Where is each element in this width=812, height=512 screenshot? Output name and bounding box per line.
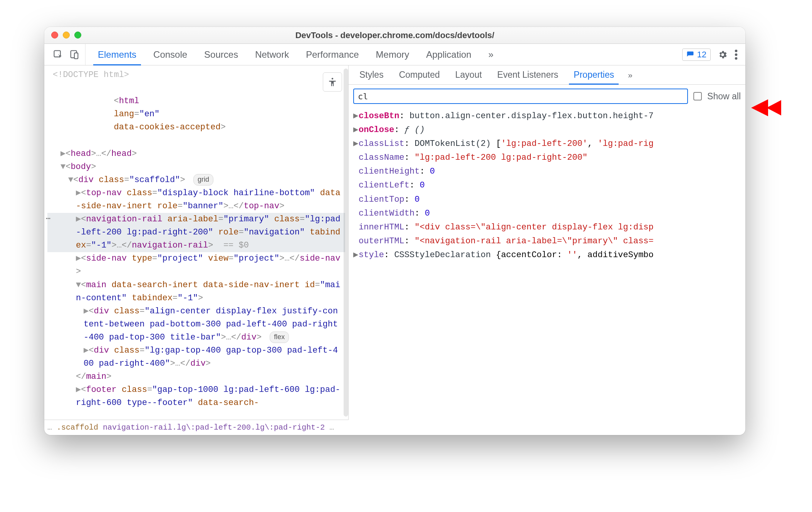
tab-elements[interactable]: Elements: [89, 44, 145, 65]
tab-sources[interactable]: Sources: [196, 44, 247, 65]
minimize-window-button[interactable]: [63, 32, 70, 38]
property-key: innerHTML: [359, 223, 404, 232]
svg-rect-2: [74, 53, 78, 59]
property-row[interactable]: ▶onClose: ƒ (): [353, 123, 741, 137]
property-row[interactable]: ▶closeBtn: button.align-center.display-f…: [353, 109, 741, 123]
breadcrumb-scaffold[interactable]: .scaffold: [57, 422, 98, 433]
sidebar-tab-properties[interactable]: Properties: [566, 65, 622, 84]
property-row[interactable]: className: "lg:pad-left-200 lg:pad-right…: [353, 151, 741, 165]
property-key: closeBtn: [359, 111, 399, 121]
dom-main-div1[interactable]: ▶<div class="align-center display-flex j…: [47, 305, 345, 344]
sidebar-tab-eventlisteners[interactable]: Event Listeners: [490, 65, 566, 84]
property-value: 0: [425, 209, 430, 218]
sidebar-tab-styles[interactable]: Styles: [352, 65, 391, 84]
inspect-element-icon[interactable]: [53, 49, 64, 60]
property-value: 0: [419, 181, 424, 190]
more-options-icon[interactable]: [735, 50, 738, 60]
toolbar-left-icons: [44, 44, 86, 65]
property-row[interactable]: clientTop: 0: [353, 193, 741, 207]
expand-triangle-icon: [353, 235, 359, 248]
svg-marker-7: [751, 99, 768, 116]
dom-main-open[interactable]: ▼<main data-search-inert data-side-nav-i…: [47, 279, 345, 305]
elements-panel[interactable]: <!DOCTYPE html> <html lang="en" data-coo…: [44, 65, 349, 420]
property-row[interactable]: outerHTML: "<navigation-rail aria-label=…: [353, 234, 741, 248]
annotation-arrow-icon: [751, 96, 782, 119]
expand-triangle-icon[interactable]: ▶: [353, 137, 359, 151]
property-key: classList: [359, 139, 404, 149]
properties-list[interactable]: ▶closeBtn: button.align-center.display-f…: [349, 108, 745, 420]
property-value: 0: [430, 167, 435, 176]
device-toggle-icon[interactable]: [69, 49, 80, 60]
layout-badge-grid[interactable]: grid: [193, 174, 213, 186]
property-key: clientLeft: [359, 181, 409, 190]
dom-footer[interactable]: ▶<footer class="gap-top-1000 lg:pad-left…: [47, 383, 345, 410]
dom-head[interactable]: ▶<head>…</head>: [47, 147, 345, 161]
dom-html-open[interactable]: <html lang="en" data-cookies-accepted>: [47, 82, 345, 147]
toolbar-right: 12: [674, 44, 745, 65]
maximize-window-button[interactable]: [74, 32, 81, 38]
window-title: DevTools - developer.chrome.com/docs/dev…: [295, 30, 495, 40]
breadcrumb-navigation-rail[interactable]: navigation-rail.lg\:pad-left-200.lg\:pad…: [103, 422, 325, 433]
property-value: button.align-center.display-flex.button.…: [409, 111, 654, 121]
main-toolbar: Elements Console Sources Network Perform…: [44, 44, 745, 65]
tab-application[interactable]: Application: [418, 44, 480, 65]
svg-point-4: [735, 53, 738, 56]
dom-sidenav[interactable]: ▶<side-nav type="project" view="project"…: [47, 252, 345, 278]
expand-triangle-icon: [353, 151, 359, 164]
property-key: className: [359, 153, 404, 162]
dom-navigation-rail-selected[interactable]: ▶<navigation-rail aria-label="primary" c…: [47, 213, 345, 252]
properties-filter-row: Show all: [349, 85, 745, 108]
dom-tree[interactable]: <!DOCTYPE html> <html lang="en" data-coo…: [44, 65, 348, 420]
layout-badge-flex[interactable]: flex: [270, 331, 289, 343]
tab-console[interactable]: Console: [145, 44, 196, 65]
split-panes: <!DOCTYPE html> <html lang="en" data-coo…: [44, 65, 745, 420]
property-key: clientHeight: [359, 167, 419, 176]
property-key: outerHTML: [359, 236, 404, 246]
dom-main-close[interactable]: </main>: [47, 370, 345, 383]
sidebar-tab-layout[interactable]: Layout: [448, 65, 490, 84]
sidebar-tab-computed[interactable]: Computed: [391, 65, 448, 84]
sidebar-panel: Styles Computed Layout Event Listeners P…: [349, 65, 745, 420]
property-key: clientWidth: [359, 209, 414, 218]
property-value: ƒ (): [404, 125, 425, 135]
sidebar-tabs: Styles Computed Layout Event Listeners P…: [349, 65, 745, 85]
property-key: clientTop: [359, 195, 404, 204]
dom-topnav[interactable]: ▶<top-nav class="display-block hairline-…: [47, 187, 345, 213]
svg-point-3: [735, 50, 738, 52]
property-row[interactable]: ▶style: CSSStyleDeclaration {accentColor…: [353, 248, 741, 262]
property-row[interactable]: clientHeight: 0: [353, 165, 741, 179]
property-row[interactable]: clientLeft: 0: [353, 179, 741, 192]
issues-counter[interactable]: 12: [682, 49, 711, 61]
expand-triangle-icon: [353, 221, 359, 234]
tab-network[interactable]: Network: [247, 44, 297, 65]
property-row[interactable]: clientWidth: 0: [353, 207, 741, 221]
main-tabs: Elements Console Sources Network Perform…: [86, 44, 674, 65]
expand-triangle-icon[interactable]: ▶: [353, 124, 359, 137]
property-row[interactable]: innerHTML: "<div class=\"align-center di…: [353, 221, 741, 234]
expand-triangle-icon[interactable]: ▶: [353, 249, 359, 262]
expand-triangle-icon[interactable]: ▶: [353, 110, 359, 123]
settings-gear-icon[interactable]: [718, 50, 728, 60]
svg-point-5: [735, 57, 738, 60]
elements-breadcrumb[interactable]: … .scaffold navigation-rail.lg\:pad-left…: [44, 420, 349, 435]
dom-doctype: <!DOCTYPE html>: [47, 69, 345, 82]
tab-performance[interactable]: Performance: [297, 44, 367, 65]
dom-body-open[interactable]: ▼<body>: [47, 161, 345, 174]
tab-more[interactable]: »: [480, 44, 502, 65]
properties-filter-input[interactable]: [353, 89, 688, 104]
property-value: "<div class=\"align-center display-flex …: [414, 223, 654, 232]
titlebar: DevTools - developer.chrome.com/docs/dev…: [44, 27, 745, 44]
property-row[interactable]: ▶classList: DOMTokenList(2) ['lg:pad-lef…: [353, 137, 741, 151]
show-all-checkbox[interactable]: [693, 92, 702, 100]
sidebar-tab-more[interactable]: »: [622, 65, 639, 84]
close-window-button[interactable]: [51, 32, 58, 38]
dom-main-div2[interactable]: ▶<div class="lg:gap-top-400 gap-top-300 …: [47, 344, 345, 370]
dom-div-scaffold[interactable]: ▼<div class="scaffold"> grid: [47, 174, 345, 187]
property-value: "lg:pad-left-200 lg:pad-right-200": [414, 153, 587, 162]
show-all-label: Show all: [707, 91, 741, 102]
property-value: 0: [414, 195, 419, 204]
tab-memory[interactable]: Memory: [367, 44, 418, 65]
issues-icon: [686, 51, 694, 59]
property-value: "<navigation-rail aria-label=\"primary\"…: [414, 236, 654, 246]
scrollbar[interactable]: [344, 69, 348, 417]
